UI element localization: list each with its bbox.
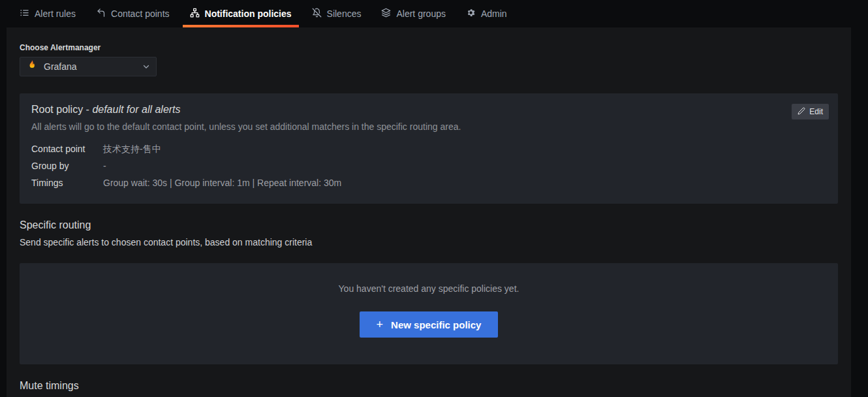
specific-routing-empty-text: You haven't created any specific policie… [339, 283, 519, 294]
tab-alert-rules[interactable]: Alert rules [12, 0, 83, 27]
grafana-logo-icon [26, 59, 38, 74]
list-icon [20, 8, 29, 20]
root-policy-description: All alerts will go to the default contac… [31, 121, 826, 132]
alertmanager-picker-label: Choose Alertmanager [20, 43, 838, 52]
bell-slash-icon [312, 8, 322, 20]
group-by-value: - [103, 161, 106, 172]
tab-admin[interactable]: Admin [459, 0, 514, 27]
tab-label: Alert rules [35, 8, 76, 19]
new-specific-policy-button[interactable]: + New specific policy [360, 311, 499, 338]
pencil-icon [798, 107, 805, 117]
timings-row: Timings Group wait: 30s | Group interval… [31, 178, 826, 189]
timings-value: Group wait: 30s | Group interval: 1m | R… [103, 178, 341, 189]
tab-label: Contact points [111, 8, 170, 19]
root-policy-title: Root policy - default for all alerts [31, 104, 826, 116]
tab-label: Admin [481, 8, 507, 19]
timings-label: Timings [31, 178, 103, 189]
specific-routing-description: Send specific alerts to chosen contact p… [20, 237, 838, 247]
new-specific-policy-label: New specific policy [391, 319, 481, 330]
chevron-down-icon [142, 63, 150, 71]
plus-icon: + [377, 319, 384, 330]
corner-arrow-icon [96, 8, 106, 20]
contact-point-label: Contact point [31, 144, 103, 155]
edit-button-label: Edit [809, 107, 823, 116]
specific-routing-title: Specific routing [20, 219, 838, 231]
mute-timings-title: Mute timings [20, 380, 838, 392]
tab-contact-points[interactable]: Contact points [89, 0, 177, 27]
tab-silences[interactable]: Silences [305, 0, 369, 27]
root-policy-details: Contact point 技术支持-售中 Group by - Timings… [31, 144, 826, 189]
alertmanager-select[interactable]: Grafana [20, 57, 157, 76]
gear-icon [466, 8, 476, 20]
notification-policies-page: Choose Alertmanager Grafana Root policy [7, 27, 851, 397]
layers-icon [381, 8, 391, 20]
alertmanager-selected-value: Grafana [44, 61, 77, 72]
contact-point-value: 技术支持-售中 [103, 144, 161, 155]
contact-point-row: Contact point 技术支持-售中 [31, 144, 826, 155]
tab-alert-groups[interactable]: Alert groups [374, 0, 452, 27]
edit-root-policy-button[interactable]: Edit [792, 104, 829, 119]
tab-label: Notification policies [205, 8, 292, 19]
sitemap-icon [190, 8, 200, 20]
group-by-row: Group by - [31, 161, 826, 172]
root-policy-title-emphasis: default for all alerts [92, 104, 180, 115]
tab-label: Silences [327, 8, 362, 19]
tab-notification-policies[interactable]: Notification policies [183, 0, 299, 27]
specific-routing-empty-panel: You haven't created any specific policie… [20, 263, 838, 364]
alerting-tabbar: Alert rules Contact points Notification … [0, 0, 868, 27]
tab-label: Alert groups [396, 8, 445, 19]
group-by-label: Group by [31, 161, 103, 172]
root-policy-panel: Root policy - default for all alerts Edi… [20, 93, 838, 204]
